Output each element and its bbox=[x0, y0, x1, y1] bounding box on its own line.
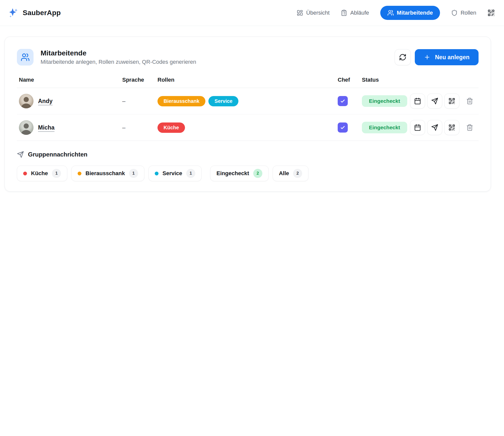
status-badge: Eingecheckt bbox=[362, 122, 407, 133]
app-title: SauberApp bbox=[23, 9, 61, 17]
shield-icon bbox=[451, 10, 458, 16]
brand: SauberApp bbox=[8, 7, 61, 19]
qr-code-icon bbox=[487, 9, 495, 17]
group-button-label: Service bbox=[163, 170, 182, 177]
calendar-icon bbox=[414, 124, 421, 131]
nav-label: Abläufe bbox=[350, 10, 369, 16]
nav-menu: Übersicht Abläufe Mitarbeitende bbox=[297, 6, 495, 20]
group-button-label: Eingecheckt bbox=[216, 170, 249, 177]
count-badge: 1 bbox=[129, 169, 138, 178]
group-button-bierausschank[interactable]: Bierausschank 1 bbox=[71, 166, 144, 181]
new-employee-button-label: Neu anlegen bbox=[435, 54, 469, 61]
nav-item-rollen[interactable]: Rollen bbox=[451, 10, 476, 16]
table-row: Micha – Küche Eingecheckt bbox=[17, 114, 479, 141]
clipboard-icon bbox=[341, 10, 347, 16]
column-header-rollen: Rollen bbox=[158, 77, 338, 83]
member-name-link[interactable]: Micha bbox=[38, 124, 54, 131]
column-header-status: Status bbox=[362, 77, 414, 83]
mitarbeitende-panel: Mitarbeitende Mitarbeitende anlegen, Rol… bbox=[5, 37, 491, 192]
users-icon bbox=[387, 10, 394, 16]
group-buttons-row: Küche 1 Bierausschank 1 Service 1 Eingec… bbox=[17, 166, 479, 181]
table-row: Andy – Bierausschank Service Eingecheckt bbox=[17, 88, 479, 114]
avatar bbox=[19, 120, 34, 135]
qr-code-icon bbox=[448, 98, 455, 105]
check-icon bbox=[340, 98, 345, 104]
send-icon bbox=[431, 98, 438, 105]
refresh-button[interactable] bbox=[395, 49, 411, 65]
page-subtitle: Mitarbeitende anlegen, Rollen zuweisen, … bbox=[41, 59, 196, 65]
check-icon bbox=[340, 125, 345, 130]
send-icon bbox=[17, 151, 24, 158]
send-icon bbox=[431, 124, 438, 131]
group-button-label: Küche bbox=[31, 170, 48, 177]
refresh-icon bbox=[399, 53, 406, 61]
nav-label: Mitarbeitende bbox=[397, 10, 433, 16]
group-button-label: Bierausschank bbox=[85, 170, 125, 177]
roles-cell: Bierausschank Service bbox=[158, 96, 338, 106]
users-icon bbox=[21, 53, 30, 62]
column-header-sprache: Sprache bbox=[122, 77, 158, 83]
new-employee-button[interactable]: Neu anlegen bbox=[415, 49, 479, 65]
sprache-value: – bbox=[122, 98, 158, 105]
calendar-button[interactable] bbox=[410, 120, 425, 135]
table-header: Name Sprache Rollen Chef Status bbox=[17, 77, 479, 88]
sparkle-logo-icon bbox=[8, 7, 19, 19]
nav-item-mitarbeitende[interactable]: Mitarbeitende bbox=[380, 6, 440, 20]
qr-code-icon bbox=[448, 124, 455, 131]
calendar-icon bbox=[414, 98, 421, 105]
count-badge: 2 bbox=[253, 169, 262, 178]
chef-checkbox[interactable] bbox=[338, 96, 348, 106]
nav-label: Übersicht bbox=[306, 10, 330, 16]
nav-qr-code-button[interactable] bbox=[487, 9, 495, 17]
orange-dot-icon bbox=[78, 172, 81, 175]
sprache-value: – bbox=[122, 124, 158, 131]
count-badge: 1 bbox=[52, 169, 61, 178]
red-dot-icon bbox=[23, 172, 27, 175]
panel-header: Mitarbeitende Mitarbeitende anlegen, Rol… bbox=[17, 49, 479, 66]
column-header-name: Name bbox=[19, 77, 122, 83]
panel-users-icon-tile bbox=[17, 49, 34, 66]
group-button-kueche[interactable]: Küche 1 bbox=[17, 166, 67, 181]
group-button-label: Alle bbox=[279, 170, 289, 177]
group-button-service[interactable]: Service 1 bbox=[148, 166, 202, 181]
group-button-eingecheckt[interactable]: Eingecheckt 2 bbox=[210, 166, 269, 181]
nav-item-uebersicht[interactable]: Übersicht bbox=[297, 10, 330, 16]
send-message-button[interactable] bbox=[427, 94, 442, 109]
count-badge: 1 bbox=[186, 169, 195, 178]
calendar-button[interactable] bbox=[410, 94, 425, 109]
qr-code-button[interactable] bbox=[444, 94, 459, 109]
qr-code-button[interactable] bbox=[444, 120, 459, 135]
status-badge: Eingecheckt bbox=[362, 95, 407, 107]
top-navbar: SauberApp Übersicht Abläufe bbox=[0, 0, 504, 26]
role-badge: Küche bbox=[158, 122, 185, 133]
column-header-chef: Chef bbox=[338, 77, 362, 83]
nav-label: Rollen bbox=[461, 10, 476, 16]
cyan-dot-icon bbox=[155, 172, 159, 175]
delete-button[interactable] bbox=[463, 120, 477, 135]
group-button-alle[interactable]: Alle 2 bbox=[273, 166, 308, 181]
role-badge: Service bbox=[208, 96, 238, 106]
group-messages-title: Gruppennachrichten bbox=[28, 151, 87, 158]
row-actions bbox=[410, 94, 477, 109]
dashboard-icon bbox=[297, 10, 303, 16]
avatar bbox=[19, 94, 34, 108]
count-badge: 2 bbox=[293, 169, 302, 178]
chef-checkbox[interactable] bbox=[338, 122, 348, 133]
role-badge: Bierausschank bbox=[158, 96, 205, 106]
row-actions bbox=[410, 120, 477, 135]
member-name-link[interactable]: Andy bbox=[38, 98, 53, 105]
send-message-button[interactable] bbox=[427, 120, 442, 135]
trash-icon bbox=[466, 98, 473, 105]
trash-icon bbox=[466, 124, 473, 131]
delete-button[interactable] bbox=[463, 94, 477, 109]
roles-cell: Küche bbox=[158, 122, 338, 133]
page-title: Mitarbeitende bbox=[41, 49, 196, 57]
group-messages-section: Gruppennachrichten Küche 1 Bierausschank… bbox=[17, 151, 479, 181]
plus-icon bbox=[424, 54, 430, 60]
nav-item-ablaeufe[interactable]: Abläufe bbox=[341, 10, 369, 16]
